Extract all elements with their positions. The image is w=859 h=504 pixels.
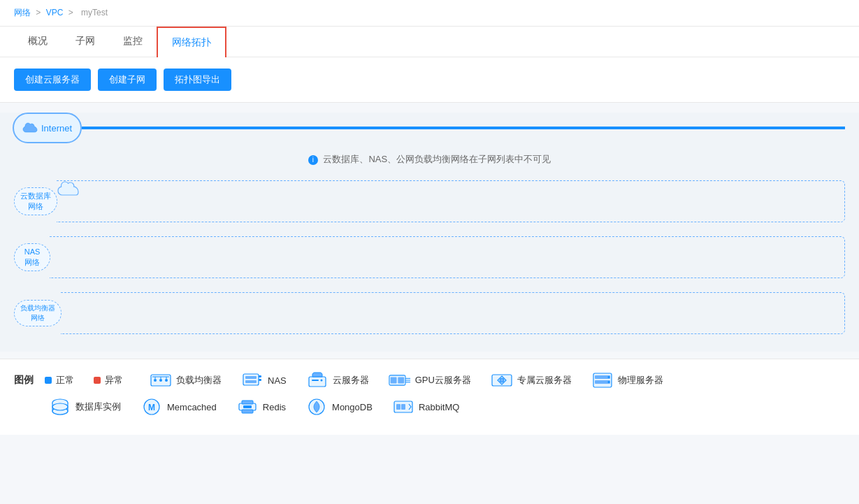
legend-mongodb: MongoDB — [305, 397, 373, 417]
zone-line-db — [57, 180, 845, 222]
create-server-button[interactable]: 创建云服务器 — [14, 69, 91, 91]
breadcrumb-sep2: > — [68, 8, 75, 17]
legend-gpu-server: GPU云服务器 — [389, 370, 471, 390]
svg-rect-8 — [243, 374, 259, 385]
legend-memcached: M Memcached — [140, 397, 217, 417]
breadcrumb-current: myTest — [81, 8, 108, 17]
nas-icon — [241, 370, 264, 390]
internet-label: Internet — [13, 113, 82, 143]
topology-diagram: Internet i 云数据库、NAS、公网负载均衡网络在子网列表中不可见 云数… — [0, 113, 859, 352]
svg-rect-14 — [312, 380, 319, 381]
mongodb-icon — [305, 397, 328, 417]
svg-rect-36 — [242, 401, 253, 404]
svg-rect-11 — [259, 375, 261, 377]
svg-point-24 — [500, 378, 504, 382]
tab-overview[interactable]: 概况 — [14, 27, 62, 57]
zone-line-lb — [61, 292, 845, 334]
load-balancer-icon — [150, 370, 172, 390]
normal-dot — [45, 377, 52, 384]
legend-load-balancer: 负载均衡器 — [150, 370, 222, 390]
abnormal-dot — [94, 377, 101, 384]
legend-row-2: 数据库实例 M Memcached Redis — [49, 397, 845, 417]
legend-redis: Redis — [236, 397, 286, 417]
zone-label-db: 云数据库 网络 — [14, 187, 57, 216]
svg-rect-9 — [245, 376, 257, 379]
create-subnet-button[interactable]: 创建子网 — [98, 69, 157, 91]
legend-dedicated-server: 专属云服务器 — [491, 370, 572, 390]
svg-point-1 — [154, 379, 157, 382]
database-icon — [49, 397, 71, 417]
legend-physical-server: 物理服务器 — [591, 370, 663, 390]
export-topology-button[interactable]: 拓扑图导出 — [164, 69, 231, 91]
info-icon: i — [308, 155, 318, 165]
svg-rect-18 — [398, 377, 404, 384]
legend-row-1: 图例 正常 异常 负载 — [14, 370, 845, 390]
gpu-server-icon — [389, 370, 411, 390]
zone-row-db: 云数据库 网络 — [14, 177, 845, 226]
zone-row-lb: 负载均衡器 网络 — [14, 289, 845, 338]
svg-rect-37 — [242, 410, 253, 413]
zone-label-lb: 负载均衡器 网络 — [14, 300, 62, 326]
db-cloud-icon — [57, 178, 81, 199]
svg-rect-10 — [245, 380, 257, 383]
svg-rect-13 — [309, 377, 326, 387]
breadcrumb-network[interactable]: 网络 — [14, 8, 31, 17]
legend-rabbitmq: RabbitMQ — [392, 397, 460, 417]
memcached-icon: M — [140, 397, 163, 417]
svg-point-28 — [607, 376, 609, 378]
tab-monitor[interactable]: 监控 — [109, 27, 157, 57]
dedicated-server-icon — [491, 370, 513, 390]
svg-text:M: M — [148, 403, 155, 412]
zone-line-nas — [50, 236, 845, 278]
physical-server-icon — [591, 370, 614, 390]
legend-nas: NAS — [241, 370, 287, 390]
svg-point-29 — [607, 381, 609, 383]
svg-point-2 — [159, 379, 162, 382]
legend-status-normal: 正常 — [45, 374, 74, 387]
breadcrumb-vpc[interactable]: VPC — [46, 8, 64, 17]
zone-row-nas: NAS 网络 — [14, 233, 845, 282]
svg-rect-17 — [390, 377, 396, 384]
redis-icon — [236, 397, 259, 417]
legend-cloud-server: 云服务器 — [306, 370, 369, 390]
svg-point-32 — [52, 403, 68, 410]
svg-point-15 — [320, 380, 322, 382]
toolbar: 创建云服务器 创建子网 拓扑图导出 — [0, 57, 859, 103]
network-zones: 云数据库 网络 NAS 网络 负载均衡器 网络 — [0, 177, 859, 352]
cloud-server-icon — [306, 370, 329, 390]
zone-label-nas: NAS 网络 — [14, 243, 50, 272]
breadcrumb-sep1: > — [36, 8, 43, 17]
rabbitmq-icon — [392, 397, 414, 417]
breadcrumb: 网络 > VPC > myTest — [0, 0, 859, 27]
tabs-bar: 概况 子网 监控 网络拓扑 — [0, 27, 859, 57]
svg-point-3 — [165, 379, 168, 382]
tab-subnet[interactable]: 子网 — [62, 27, 109, 57]
legend-title: 图例 — [14, 374, 34, 387]
legend-database: 数据库实例 — [49, 397, 121, 417]
svg-rect-41 — [396, 404, 400, 410]
svg-rect-12 — [259, 379, 261, 381]
legend-section: 图例 正常 异常 负载 — [0, 359, 859, 435]
svg-rect-42 — [401, 404, 405, 410]
info-notice: i 云数据库、NAS、公网负载均衡网络在子网列表中不可见 — [14, 143, 845, 170]
internet-cloud-icon — [22, 122, 38, 134]
legend-status-abnormal: 异常 — [94, 374, 123, 387]
tab-topology[interactable]: 网络拓扑 — [157, 27, 226, 57]
svg-rect-38 — [243, 405, 252, 408]
